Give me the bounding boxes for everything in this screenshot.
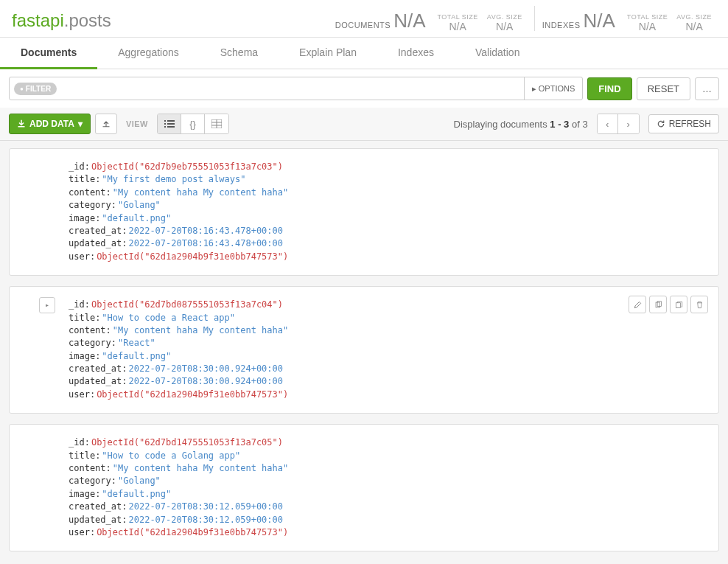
stats-divider [534,6,535,31]
field-row: image:"default.png" [69,488,704,501]
find-button[interactable]: FIND [587,77,631,100]
field-key: user [69,251,90,263]
field-key: _id [69,161,85,173]
add-data-button[interactable]: ADD DATA ▾ [9,114,91,134]
field-value: ObjectId("62d1a2904b9f31e0bb747573") [97,526,288,539]
field-row: created_at:2022-07-20T08:30:12.059+00:00 [69,501,704,513]
field-value: ObjectId("62d7bd1475551053f13a7c05") [91,436,283,449]
field-row: user:ObjectId("62d1a2904b9f31e0bb747573"… [69,526,704,539]
field-row: category:"Golang" [69,475,704,487]
header-stats: DOCUMENTS N/A TOTAL SIZE N/A AVG. SIZE N… [335,6,716,37]
collection-tabs: Documents Aggregations Schema Explain Pl… [0,38,728,69]
filter-badge: FILTER [14,83,57,95]
namespace-title: fastapi.posts [12,10,111,37]
import-button[interactable] [95,114,117,134]
tab-indexes[interactable]: Indexes [377,38,455,69]
query-bar: FILTER ▸ OPTIONS FIND RESET … [0,69,728,108]
tab-aggregations[interactable]: Aggregations [97,38,200,69]
caret-down-icon: ▾ [78,119,83,129]
document-card: _id:ObjectId("62d7b9eb75551053f13a7c03")… [9,148,719,276]
field-value: "default.png" [102,488,171,501]
tab-schema[interactable]: Schema [200,38,279,69]
more-options-button[interactable]: … [695,77,719,100]
namespace-header: fastapi.posts DOCUMENTS N/A TOTAL SIZE N… [0,0,728,38]
field-row: user:ObjectId("62d1a2904b9f31e0bb747573"… [69,251,704,263]
pencil-icon [634,301,642,309]
field-value: ObjectId("62d7b9eb75551053f13a7c03") [91,161,283,173]
field-value: 2022-07-20T08:16:43.478+00:00 [128,225,283,237]
list-icon [164,119,175,128]
field-row: content:"My content haha My content haha… [69,324,704,337]
documents-stat-value: N/A [393,10,425,32]
collection-name: .posts [64,10,111,30]
documents-list: _id:ObjectId("62d7b9eb75551053f13a7c03")… [0,141,728,564]
prev-page-button[interactable]: ‹ [598,114,618,133]
edit-button[interactable] [629,296,646,313]
delete-button[interactable] [690,296,708,313]
field-value: "default.png" [102,350,171,363]
expand-document-button[interactable]: ▸ [39,297,55,313]
field-row: _id:ObjectId("62d7bd0875551053f13a7c04") [69,299,704,311]
field-row: updated_at:2022-07-20T08:30:12.059+00:00 [69,514,704,526]
field-row: category:"React" [69,337,704,349]
field-row: title:"How to code a Golang app" [69,450,704,462]
braces-icon: {} [189,119,196,130]
field-row: content:"My content haha My content haha… [69,462,704,475]
field-value: 2022-07-20T08:30:00.924+00:00 [128,363,283,375]
field-value: ObjectId("62d1a2904b9f31e0bb747573") [97,251,288,263]
field-value: "Golang" [118,475,161,487]
view-list-button[interactable] [158,114,181,133]
field-key: updated_at [69,237,122,250]
database-name: fastapi [12,10,64,30]
documents-stat-label: DOCUMENTS [335,21,391,32]
trash-icon [696,301,704,309]
clone-button[interactable] [670,296,687,313]
options-label: OPTIONS [539,84,575,93]
copy-button[interactable] [649,296,667,313]
doc-total-size-value: N/A [437,21,477,32]
field-row: image:"default.png" [69,212,704,225]
field-key: image [69,488,95,501]
svg-rect-5 [167,126,175,128]
svg-rect-4 [164,126,166,128]
field-key: content [69,324,106,337]
field-key: created_at [69,501,122,513]
documents-toolbar: ADD DATA ▾ VIEW {} Displaying documents … [0,108,728,141]
copy-icon [654,301,662,309]
field-row: updated_at:2022-07-20T08:30:00.924+00:00 [69,375,704,388]
ellipsis-icon: … [702,83,712,94]
field-value: "React" [118,337,155,349]
refresh-button[interactable]: REFRESH [648,114,719,133]
field-value: ObjectId("62d1a2904b9f31e0bb747573") [97,389,288,401]
document-card: _id:ObjectId("62d7bd1475551053f13a7c05")… [9,424,719,551]
reset-button[interactable]: RESET [637,77,690,100]
document-actions [629,296,708,313]
next-page-button[interactable]: › [618,114,639,133]
field-row: title:"How to code a React app" [69,312,704,324]
field-row: _id:ObjectId("62d7bd1475551053f13a7c05") [69,436,704,449]
field-key: created_at [69,225,122,237]
tab-explain-plan[interactable]: Explain Plan [279,38,377,69]
tab-validation[interactable]: Validation [455,38,540,69]
idx-avg-size-value: N/A [676,21,712,32]
field-row: _id:ObjectId("62d7b9eb75551053f13a7c03") [69,161,704,173]
field-key: category [69,199,111,212]
field-key: content [69,187,106,199]
field-value: 2022-07-20T08:16:43.478+00:00 [128,237,283,250]
view-table-button[interactable] [205,114,228,133]
field-key: title [69,173,95,186]
filter-input[interactable] [57,77,524,100]
field-value: "My first demo post always" [102,173,245,186]
upload-icon [102,119,111,128]
view-json-button[interactable]: {} [181,114,205,133]
view-mode-group: {} [157,114,229,134]
svg-rect-0 [164,120,166,122]
field-key: title [69,450,95,462]
field-value: 2022-07-20T08:30:12.059+00:00 [128,501,283,513]
doc-avg-size-value: N/A [487,21,522,32]
doc-total-size-label: TOTAL SIZE [437,13,477,21]
document-card: ▸_id:ObjectId("62d7bd0875551053f13a7c04"… [9,286,719,414]
view-label: VIEW [126,119,148,128]
tab-documents[interactable]: Documents [0,38,97,69]
options-button[interactable]: ▸ OPTIONS [524,77,583,100]
